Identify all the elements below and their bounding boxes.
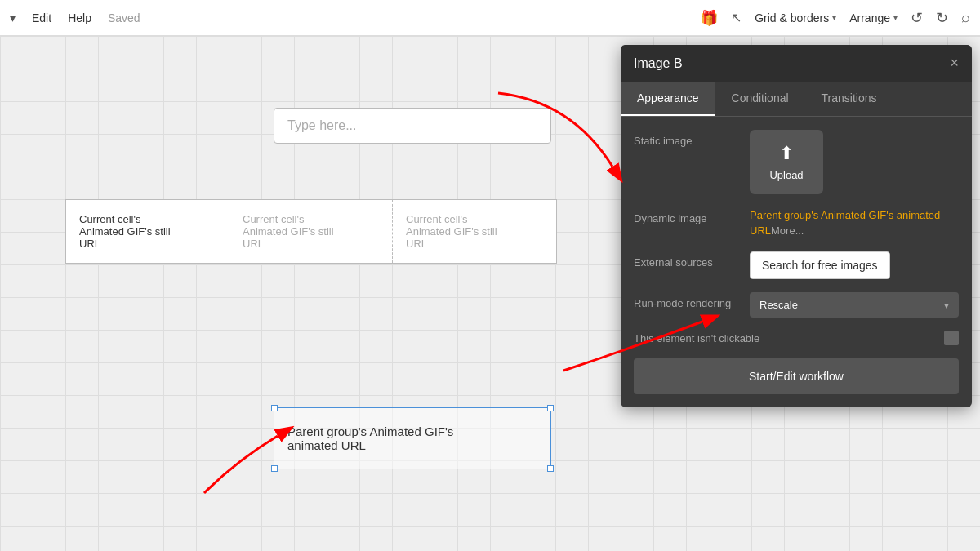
external-sources-control: Search for free images <box>750 251 959 279</box>
panel-tabs: Appearance Conditional Transitions <box>621 82 972 117</box>
resize-handle-tr[interactable] <box>547 405 554 411</box>
clickable-checkbox[interactable] <box>944 331 959 345</box>
search-free-images-button[interactable]: Search for free images <box>750 251 890 279</box>
dynamic-image-box[interactable]: Parent group's Animated GIF'sanimated UR… <box>274 407 551 469</box>
dynamic-image-label: Dynamic image <box>634 207 740 224</box>
dynamic-box-text: Parent group's Animated GIF'sanimated UR… <box>287 424 453 452</box>
resize-handle-tl[interactable] <box>271 405 278 411</box>
panel-body: Static image ⬆ Upload Dynamic image Pare… <box>621 117 972 407</box>
external-sources-row: External sources Search for free images <box>634 251 959 279</box>
panel-close-button[interactable]: × <box>950 55 959 72</box>
edit-menu[interactable]: Edit <box>32 11 51 24</box>
tab-appearance[interactable]: Appearance <box>621 82 715 116</box>
properties-panel: Image B × Appearance Conditional Transit… <box>621 45 972 407</box>
dynamic-image-row: Dynamic image Parent group's Animated GI… <box>634 207 959 238</box>
clickable-label: This element isn't clickable <box>634 332 934 344</box>
search-button[interactable]: ⌕ <box>961 9 970 26</box>
gift-icon[interactable]: 🎁 <box>700 9 718 27</box>
resize-handle-bl[interactable] <box>271 465 278 472</box>
run-mode-select-wrapper: Rescale Stretch Crop <box>750 292 959 318</box>
static-image-row: Static image ⬆ Upload <box>634 130 959 194</box>
static-image-label: Static image <box>634 130 740 147</box>
upload-icon: ⬆ <box>779 143 794 164</box>
grid-borders-chevron: ▾ <box>832 13 836 22</box>
dynamic-image-control: Parent group's Animated GIF's animated U… <box>750 207 959 238</box>
cell-1: Current cell'sAnimated GIF's stillURL <box>66 200 229 263</box>
text-input-placeholder: Type here... <box>274 108 551 144</box>
workflow-button[interactable]: Start/Edit workflow <box>634 358 959 394</box>
static-image-control: ⬆ Upload <box>750 130 959 194</box>
arrange-dropdown[interactable]: Arrange ▾ <box>849 11 898 24</box>
upload-label: Upload <box>769 169 803 181</box>
app-menu-toggle[interactable]: ▾ <box>10 11 16 24</box>
cell-2: Current cell'sAnimated GIF's stillURL <box>229 200 393 263</box>
pointer-icon[interactable]: ↖ <box>731 10 742 25</box>
grid-borders-dropdown[interactable]: Grid & borders ▾ <box>755 11 836 24</box>
cells-container: Current cell'sAnimated GIF's stillURL Cu… <box>65 199 557 264</box>
run-mode-row: Run-mode rendering Rescale Stretch Crop <box>634 292 959 318</box>
run-mode-select[interactable]: Rescale Stretch Crop <box>750 292 959 318</box>
arrange-chevron: ▾ <box>893 13 898 22</box>
panel-title: Image B <box>634 56 683 71</box>
upload-button[interactable]: ⬆ Upload <box>750 130 823 194</box>
undo-button[interactable]: ↺ <box>911 9 923 27</box>
panel-header: Image B × <box>621 45 972 82</box>
help-menu[interactable]: Help <box>68 11 91 24</box>
run-mode-control: Rescale Stretch Crop <box>750 292 959 318</box>
more-link[interactable]: More... <box>771 224 804 237</box>
external-sources-label: External sources <box>634 251 740 269</box>
redo-button[interactable]: ↻ <box>936 9 948 27</box>
tab-transitions[interactable]: Transitions <box>805 82 893 116</box>
clickable-row: This element isn't clickable <box>634 331 959 345</box>
tab-conditional[interactable]: Conditional <box>715 82 805 116</box>
cell-3: Current cell'sAnimated GIF's stillURL <box>393 200 556 263</box>
menubar: ▾ Edit Help Saved 🎁 ↖ Grid & borders ▾ A… <box>0 0 980 36</box>
resize-handle-br[interactable] <box>547 465 554 472</box>
run-mode-label: Run-mode rendering <box>634 292 740 309</box>
saved-status: Saved <box>108 11 140 24</box>
